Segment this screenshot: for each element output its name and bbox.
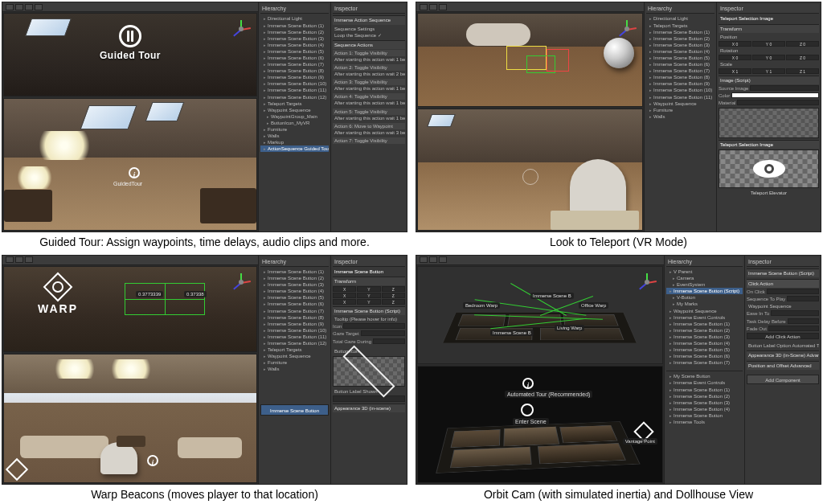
hierarchy-item[interactable]: EventSystem xyxy=(666,281,743,288)
hierarchy-panel[interactable]: Hierarchy Directional Light Teleport Tar… xyxy=(644,2,716,232)
hierarchy-item[interactable]: Furniture xyxy=(646,107,714,113)
hierarchy-item[interactable]: Furniture xyxy=(260,126,329,133)
scene-view[interactable] xyxy=(417,13,643,107)
tool-button[interactable] xyxy=(6,4,14,10)
scene-toolbar[interactable] xyxy=(2,2,258,12)
hierarchy-item[interactable]: Immerse Scene Button (10) xyxy=(260,80,329,87)
hierarchy-item[interactable]: Teleport Targets xyxy=(260,100,329,107)
action-row[interactable]: Action 6: Move to Waypoint xyxy=(333,123,405,129)
image-script-header[interactable]: Image (Script) xyxy=(719,76,819,84)
vec3-input[interactable]: X 0Y 0Z 0 xyxy=(719,55,819,60)
hierarchy-item[interactable]: V Parent xyxy=(666,268,743,275)
scene-toolbar[interactable] xyxy=(2,256,258,265)
vec3-input[interactable]: XYZ xyxy=(333,286,405,292)
hierarchy-item[interactable]: Immerse Scene Button (5) xyxy=(646,55,714,61)
vec3-input[interactable]: X 1Y 1Z 1 xyxy=(719,68,819,74)
game-view[interactable]: i xyxy=(3,354,257,483)
hierarchy-item[interactable]: Immerse Scene Button (11) xyxy=(646,94,714,100)
hierarchy-item[interactable]: Immerse Scene Button (1) xyxy=(260,23,329,29)
hierarchy-item[interactable]: My Scene Button xyxy=(666,373,743,379)
appearance-header[interactable]: Appearance 3D (in-Scene) Advanced xyxy=(747,350,819,359)
hierarchy-item[interactable]: Walls xyxy=(260,366,329,372)
hierarchy-panel[interactable]: Hierarchy V Parent Camera EventSystem Im… xyxy=(664,256,744,485)
tool-button[interactable] xyxy=(25,4,33,10)
object-slot[interactable] xyxy=(750,85,819,91)
object-slot[interactable] xyxy=(361,330,405,336)
hierarchy-item[interactable]: Immerse Event Controls xyxy=(666,379,743,386)
hierarchy-item[interactable]: Immerse Scene Button xyxy=(666,412,743,419)
hierarchy-item[interactable]: Immerse Scene Button (2) xyxy=(260,275,329,281)
hierarchy-item[interactable]: Immerse Scene Button (3) xyxy=(646,42,714,48)
hierarchy-item[interactable]: Waypoint Sequence xyxy=(260,107,329,113)
view-gizmo[interactable] xyxy=(615,17,639,41)
hierarchy-panel[interactable]: Hierarchy Directional Light Immerse Scen… xyxy=(258,2,330,232)
hierarchy-item[interactable]: WaypointGroup_Main xyxy=(260,113,329,120)
scene-toolbar[interactable] xyxy=(416,256,664,265)
hierarchy-item[interactable]: Immerse Scene Button (10) xyxy=(260,327,329,334)
action-row[interactable]: Action 7: Toggle Visibility xyxy=(333,137,405,144)
hierarchy-item[interactable]: Immerse Event Controls xyxy=(666,314,743,321)
tool-button[interactable] xyxy=(420,256,428,263)
hierarchy-item[interactable]: Immerse Scene Button (8) xyxy=(260,68,329,74)
view-gizmo[interactable] xyxy=(229,17,253,41)
hierarchy-item[interactable]: Immerse Scene Button (8) xyxy=(260,314,329,321)
text-input[interactable] xyxy=(333,395,405,402)
scene-view[interactable]: WARP 0.3773339 0.37338 xyxy=(3,266,257,353)
hierarchy-item[interactable]: Immerse Scene Button (6) xyxy=(260,301,329,307)
add-component-button[interactable]: Add Component xyxy=(747,375,819,384)
checkbox[interactable] xyxy=(768,326,819,331)
hierarchy-item[interactable]: Immerse Scene Button (11) xyxy=(260,87,329,93)
hierarchy-item[interactable]: My Marks xyxy=(666,301,743,307)
add-action-button[interactable]: Add Click Action xyxy=(747,333,819,339)
hierarchy-item[interactable]: Immerse Scene Button (4) xyxy=(260,288,329,294)
hierarchy-item[interactable]: Markup xyxy=(260,139,329,145)
hierarchy-item[interactable]: Immerse Scene Button (9) xyxy=(260,321,329,327)
hierarchy-item[interactable]: Walls xyxy=(646,113,714,120)
hierarchy-item-selected[interactable]: ActionSequence Guided Tour xyxy=(260,145,329,152)
view-gizmo[interactable] xyxy=(229,270,253,294)
hierarchy-item[interactable]: Immerse Scene Button (12) xyxy=(260,94,329,100)
object-name[interactable]: Immerse Scene Button xyxy=(333,268,405,275)
appearance-header[interactable]: Appearance 3D (in-scene) xyxy=(333,404,405,412)
action-row[interactable]: Action 2: Toggle Visibility xyxy=(333,64,405,71)
hierarchy-item[interactable]: Immerse Scene Button (7) xyxy=(646,68,714,74)
number-input[interactable] xyxy=(373,338,405,344)
position-header[interactable]: Position and Offset Advanced xyxy=(747,361,819,370)
hierarchy-item[interactable]: Immerse Scene Button (1) xyxy=(646,29,714,35)
action-row[interactable]: Action 3: Toggle Visibility xyxy=(333,79,405,85)
vec3-input[interactable]: XYZ xyxy=(333,299,405,305)
hierarchy-item[interactable]: V-Button xyxy=(666,294,743,301)
scene-view[interactable]: Guided Tour xyxy=(3,13,257,96)
hierarchy-item[interactable]: Waypoint Sequence xyxy=(646,100,714,107)
hierarchy-item[interactable]: Teleport Targets xyxy=(260,346,329,353)
orbit-menu-item[interactable]: Automated Tour (Recommended) xyxy=(505,391,592,398)
hierarchy-item[interactable]: Immerse Scene Button (3) xyxy=(666,334,743,340)
tool-button[interactable] xyxy=(6,256,14,263)
tool-button[interactable] xyxy=(15,256,23,263)
game-view[interactable] xyxy=(417,109,643,231)
tool-button[interactable] xyxy=(25,256,33,263)
hierarchy-item[interactable]: Immerse Scene Button (4) xyxy=(646,48,714,55)
orbit-menu-item[interactable]: Enter Scene xyxy=(513,418,549,425)
immerse-button-selected[interactable]: Immerse Scene Button xyxy=(260,404,329,416)
inspector-panel[interactable]: Inspector Immerse Scene Button (Script) … xyxy=(744,256,821,485)
hierarchy-item[interactable]: Immerse Scene Button (11) xyxy=(260,334,329,340)
hierarchy-item-selected[interactable]: Immerse Scene Button (Script) xyxy=(666,288,743,294)
object-slot[interactable] xyxy=(737,100,819,105)
vec3-input[interactable]: X 0Y 0Z 0 xyxy=(719,41,819,47)
script-header[interactable]: Immerse Scene Button (Script) xyxy=(333,306,405,315)
insp-field[interactable]: Loop the Sequence ✓ xyxy=(333,32,405,39)
script-header[interactable]: Immerse Scene Button (Script) xyxy=(747,268,819,277)
transform-header[interactable]: Transform xyxy=(333,277,405,285)
click-action-header[interactable]: Click Action xyxy=(747,279,819,288)
hierarchy-item[interactable]: Immerse Scene Button (6) xyxy=(666,353,743,359)
hierarchy-item[interactable]: Immerse Scene Button (4) xyxy=(260,42,329,48)
hierarchy-item[interactable]: Teleport Targets xyxy=(646,23,714,29)
inspector-panel[interactable]: Inspector Immerse Action Sequence Sequen… xyxy=(330,2,407,232)
hierarchy-panel[interactable]: Hierarchy Immerse Scene Button (1) Immer… xyxy=(258,256,330,485)
hierarchy-item[interactable]: Immerse Scene Button (5) xyxy=(260,48,329,55)
tool-button[interactable] xyxy=(15,4,23,10)
tool-button[interactable] xyxy=(420,4,428,10)
hierarchy-item[interactable]: Immerse Scene Button (2) xyxy=(646,35,714,42)
inspector-panel[interactable]: Inspector Immerse Scene Button Transform… xyxy=(330,256,407,485)
